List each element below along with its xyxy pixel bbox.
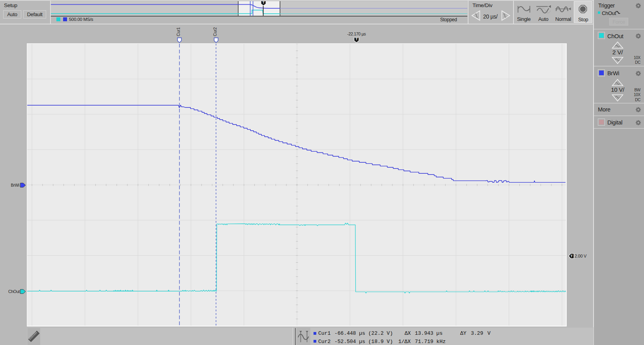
svg-text:T: T (571, 254, 573, 258)
svg-text:T: T (262, 0, 265, 4)
svg-text:T: T (355, 37, 358, 41)
